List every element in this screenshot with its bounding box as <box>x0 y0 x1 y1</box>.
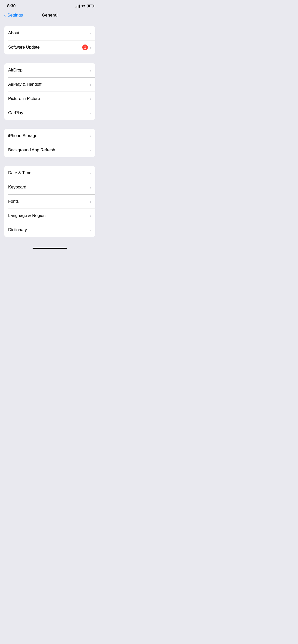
row-label-keyboard: Keyboard <box>8 185 90 190</box>
row-label-about: About <box>8 31 90 36</box>
row-right-about: › <box>90 31 91 35</box>
settings-row-software-update[interactable]: Software Update1› <box>4 40 95 54</box>
chevron-icon-language-region: › <box>90 214 91 218</box>
row-right-keyboard: › <box>90 185 91 189</box>
row-right-language-region: › <box>90 214 91 218</box>
chevron-icon-carplay: › <box>90 111 91 115</box>
row-right-airplay-handoff: › <box>90 82 91 87</box>
chevron-icon-airdrop: › <box>90 68 91 72</box>
row-right-carplay: › <box>90 111 91 115</box>
settings-row-date-time[interactable]: Date & Time› <box>4 166 95 180</box>
settings-row-fonts[interactable]: Fonts› <box>4 194 95 209</box>
chevron-icon-iphone-storage: › <box>90 134 91 138</box>
status-bar: 8:30 <box>0 0 99 11</box>
row-right-picture-in-picture: › <box>90 97 91 101</box>
chevron-icon-software-update: › <box>90 45 91 50</box>
row-label-carplay: CarPlay <box>8 110 90 115</box>
chevron-icon-date-time: › <box>90 171 91 175</box>
row-right-date-time: › <box>90 171 91 175</box>
settings-row-picture-in-picture[interactable]: Picture in Picture› <box>4 92 95 106</box>
home-bar <box>33 248 67 249</box>
row-right-software-update: 1› <box>82 45 91 50</box>
chevron-icon-background-app-refresh: › <box>90 148 91 152</box>
settings-row-dictionary[interactable]: Dictionary› <box>4 223 95 237</box>
row-label-dictionary: Dictionary <box>8 227 90 232</box>
row-right-fonts: › <box>90 199 91 204</box>
chevron-icon-fonts: › <box>90 199 91 204</box>
page-title: General <box>42 13 58 18</box>
row-label-airplay-handoff: AirPlay & Handoff <box>8 82 90 87</box>
settings-group-group2: AirDrop›AirPlay & Handoff›Picture in Pic… <box>4 63 95 120</box>
row-label-airdrop: AirDrop <box>8 68 90 73</box>
back-button[interactable]: ‹ Settings <box>4 12 23 18</box>
row-right-iphone-storage: › <box>90 134 91 138</box>
settings-row-carplay[interactable]: CarPlay› <box>4 106 95 120</box>
row-label-picture-in-picture: Picture in Picture <box>8 96 90 101</box>
status-time: 8:30 <box>7 4 16 9</box>
row-right-background-app-refresh: › <box>90 148 91 152</box>
settings-group-group1: About›Software Update1› <box>4 26 95 54</box>
chevron-icon-airplay-handoff: › <box>90 82 91 87</box>
chevron-icon-picture-in-picture: › <box>90 97 91 101</box>
settings-content: About›Software Update1›AirDrop›AirPlay &… <box>0 21 99 246</box>
wifi-icon <box>81 4 85 8</box>
settings-row-language-region[interactable]: Language & Region› <box>4 209 95 223</box>
nav-bar: ‹ Settings General <box>0 11 99 21</box>
chevron-icon-dictionary: › <box>90 228 91 232</box>
row-label-background-app-refresh: Background App Refresh <box>8 148 90 153</box>
settings-row-iphone-storage[interactable]: iPhone Storage› <box>4 129 95 143</box>
back-label: Settings <box>7 13 23 18</box>
settings-group-group4: Date & Time›Keyboard›Fonts›Language & Re… <box>4 166 95 237</box>
badge-software-update: 1 <box>82 45 88 50</box>
row-right-airdrop: › <box>90 68 91 72</box>
home-indicator <box>0 246 99 251</box>
signal-icon <box>75 5 80 8</box>
row-label-fonts: Fonts <box>8 199 90 204</box>
row-right-dictionary: › <box>90 228 91 232</box>
settings-group-group3: iPhone Storage›Background App Refresh› <box>4 129 95 157</box>
settings-row-background-app-refresh[interactable]: Background App Refresh› <box>4 143 95 157</box>
settings-row-airplay-handoff[interactable]: AirPlay & Handoff› <box>4 77 95 92</box>
row-label-software-update: Software Update <box>8 45 82 50</box>
chevron-icon-about: › <box>90 31 91 35</box>
battery-icon <box>87 5 93 8</box>
settings-row-airdrop[interactable]: AirDrop› <box>4 63 95 77</box>
chevron-icon-keyboard: › <box>90 185 91 189</box>
settings-row-about[interactable]: About› <box>4 26 95 40</box>
row-label-language-region: Language & Region <box>8 213 90 218</box>
status-icons <box>75 4 93 8</box>
back-chevron-icon: ‹ <box>4 12 6 18</box>
row-label-date-time: Date & Time <box>8 170 90 175</box>
row-label-iphone-storage: iPhone Storage <box>8 133 90 138</box>
settings-row-keyboard[interactable]: Keyboard› <box>4 180 95 194</box>
